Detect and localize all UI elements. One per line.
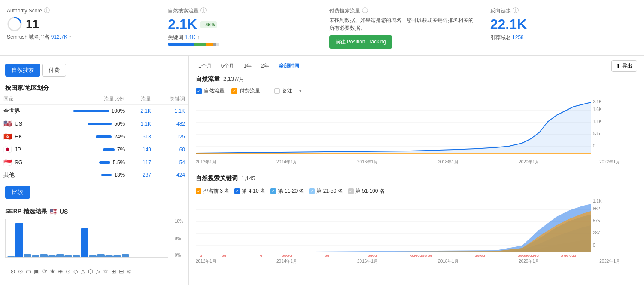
country-keywords[interactable]: 60 bbox=[155, 143, 188, 156]
kw-legend-21-50: ✓ 第 21-50 名 bbox=[309, 187, 343, 195]
kw-legend-11-20: ✓ 第 11-20 名 bbox=[270, 187, 304, 195]
time-6months[interactable]: 6个月 bbox=[219, 61, 237, 71]
left-panel: 自然搜索 付费 按国家/地区划分 国家 流量比例 流量 关键词 全世界100%2… bbox=[0, 56, 189, 285]
serp-bar-0 bbox=[7, 256, 15, 257]
flag-icon: 🇯🇵 bbox=[3, 145, 12, 154]
serp-icon-6: ⊕ bbox=[58, 268, 63, 275]
country-pct: 24% bbox=[114, 134, 125, 140]
country-name-text: SG bbox=[15, 159, 23, 166]
country-traffic[interactable]: 287 bbox=[128, 169, 155, 181]
svg-text:G: G bbox=[200, 254, 202, 257]
svg-text:GG GG: GG GG bbox=[475, 254, 485, 257]
svg-text:GG: GG bbox=[325, 254, 329, 257]
country-traffic[interactable]: 513 bbox=[128, 130, 155, 143]
svg-text:1.1K: 1.1K bbox=[593, 199, 602, 203]
legend-dropdown-icon[interactable]: ▾ bbox=[299, 88, 302, 94]
organic-card: 自然搜索流量 ⓘ 2.1K +45% 关键词 1.1K ↑ bbox=[161, 4, 322, 51]
time-all[interactable]: 全部时间 bbox=[276, 61, 302, 71]
paid-info-icon: ⓘ bbox=[362, 7, 368, 15]
svg-text:2.1K: 2.1K bbox=[593, 99, 602, 104]
svg-text:G GG GGG: G GG GGG bbox=[561, 254, 577, 257]
country-bar-cell: 7% bbox=[39, 143, 128, 156]
authority-card: Authority Score ⓘ 11 Semrush 域名排名 912.7K… bbox=[0, 4, 161, 51]
export-button[interactable]: ⬆ 导出 bbox=[611, 60, 637, 72]
authority-label: Authority Score ⓘ bbox=[7, 7, 154, 15]
export-icon: ⬆ bbox=[616, 63, 620, 69]
country-name-cell: 🇸🇬SG bbox=[0, 156, 39, 169]
country-keywords[interactable]: 54 bbox=[155, 156, 188, 169]
svg-text:535: 535 bbox=[593, 131, 600, 136]
country-traffic[interactable]: 117 bbox=[128, 156, 155, 169]
country-bar-cell: 24% bbox=[39, 130, 128, 143]
country-row-4: 🇸🇬SG5.5%11754 bbox=[0, 156, 188, 169]
keywords-chart-title: 自然搜索关键词 bbox=[196, 175, 238, 182]
kw-legend-4-10: ✓ 第 4-10 名 bbox=[234, 187, 265, 195]
kw-4-10-box: ✓ bbox=[234, 188, 240, 194]
serp-icon-4: ⟳ bbox=[42, 268, 47, 275]
keywords-chart-section: 自然搜索关键词 1,145 ✓ 排名前 3 名 ✓ 第 4-10 名 ✓ 第 1… bbox=[196, 175, 637, 265]
position-tracking-button[interactable]: 前往 Position Tracking bbox=[329, 35, 392, 49]
backlinks-card: 反向链接 ⓘ 22.1K 引荐域名 1258 bbox=[483, 4, 644, 51]
serp-icon-15: ⊚ bbox=[127, 268, 132, 275]
country-name-text: 全世界 bbox=[3, 107, 20, 115]
svg-text:1.1K: 1.1K bbox=[593, 119, 602, 124]
traffic-chart-section: 自然流量 2,137/月 ✓ 自然流量 ✓ 付费流量 备注 ▾ bbox=[196, 75, 637, 166]
organic-value: 2.1K bbox=[168, 16, 197, 32]
traffic-chart-value: 2,137/月 bbox=[223, 75, 244, 83]
svg-text:0: 0 bbox=[593, 243, 595, 248]
traffic-chart-container: 2.1K 1.6K 1.1K 535 0 2012年1月 2014年1月 201… bbox=[196, 98, 637, 166]
tab-organic[interactable]: 自然搜索 bbox=[5, 64, 40, 77]
country-name-cell: 其他 bbox=[0, 169, 39, 181]
organic-keywords-link[interactable]: 1.1K bbox=[185, 34, 196, 40]
kw-21-50-box: ✓ bbox=[309, 188, 315, 194]
serp-icon-13: ⊞ bbox=[111, 268, 116, 275]
country-name-text: US bbox=[15, 120, 22, 127]
time-1year[interactable]: 1年 bbox=[241, 61, 254, 71]
traffic-svg: 2.1K 1.6K 1.1K 535 0 bbox=[196, 98, 608, 158]
serp-icon-9: △ bbox=[81, 268, 85, 275]
time-1month[interactable]: 1个月 bbox=[196, 61, 214, 71]
country-keywords[interactable]: 482 bbox=[155, 117, 188, 130]
authority-rank-link[interactable]: 912.7K bbox=[51, 34, 67, 40]
serp-icon-0: ⊙ bbox=[10, 268, 15, 275]
col-keywords: 关键词 bbox=[155, 94, 188, 105]
backlinks-label: 反向链接 ⓘ bbox=[490, 7, 637, 15]
serp-icon-14: ⊟ bbox=[119, 268, 124, 275]
legend-organic-check: ✓ bbox=[196, 88, 202, 94]
country-name-cell: 全世界 bbox=[0, 105, 39, 117]
compare-button[interactable]: 比较 bbox=[5, 186, 30, 199]
serp-y-axis: 18% 9% 0% bbox=[175, 219, 183, 258]
tab-paid[interactable]: 付费 bbox=[42, 64, 66, 77]
svg-text:GGGGGGGGG: GGGGGGGGG bbox=[518, 254, 539, 257]
svg-text:0: 0 bbox=[593, 144, 595, 148]
serp-icon-12: ☆ bbox=[103, 268, 109, 275]
country-traffic[interactable]: 1.1K bbox=[128, 117, 155, 130]
country-name-cell: 🇯🇵JP bbox=[0, 143, 39, 156]
authority-sub: Semrush 域名排名 912.7K ↑ bbox=[7, 34, 154, 41]
time-2years[interactable]: 2年 bbox=[258, 61, 272, 71]
flag-icon: 🇺🇸 bbox=[3, 120, 12, 128]
authority-circle-icon bbox=[7, 16, 22, 32]
serp-bar-1 bbox=[15, 223, 23, 257]
serp-icon-8: ◇ bbox=[73, 268, 78, 275]
serp-title: SERP 精选结果 🇺🇸 US bbox=[5, 208, 183, 215]
kw-legend-51-100: ✓ 第 51-100 名 bbox=[348, 187, 385, 195]
keywords-legend: ✓ 排名前 3 名 ✓ 第 4-10 名 ✓ 第 11-20 名 ✓ 第 21-… bbox=[196, 187, 637, 195]
main-content: 自然搜索 付费 按国家/地区划分 国家 流量比例 流量 关键词 全世界100%2… bbox=[0, 56, 644, 285]
referring-domains-link[interactable]: 1258 bbox=[512, 34, 524, 40]
serp-region: US bbox=[60, 208, 68, 215]
country-table: 国家 流量比例 流量 关键词 全世界100%2.1K1.1K🇺🇸US50%1.1… bbox=[0, 94, 188, 181]
country-keywords[interactable]: 125 bbox=[155, 130, 188, 143]
legend-paid-check: ✓ bbox=[231, 88, 237, 94]
svg-text:GG: GG bbox=[222, 254, 226, 257]
country-pct: 5.5% bbox=[113, 160, 125, 166]
country-traffic[interactable]: 2.1K bbox=[128, 105, 155, 117]
legend-notes: 备注 bbox=[274, 87, 292, 95]
serp-bar-2 bbox=[24, 254, 31, 257]
country-keywords[interactable]: 424 bbox=[155, 169, 188, 181]
country-row-5: 其他13%287424 bbox=[0, 169, 188, 181]
flag-icon: 🇭🇰 bbox=[3, 132, 12, 141]
serp-icon-10: ⬡ bbox=[88, 268, 93, 275]
country-traffic[interactable]: 149 bbox=[128, 143, 155, 156]
country-keywords[interactable]: 1.1K bbox=[155, 105, 188, 117]
